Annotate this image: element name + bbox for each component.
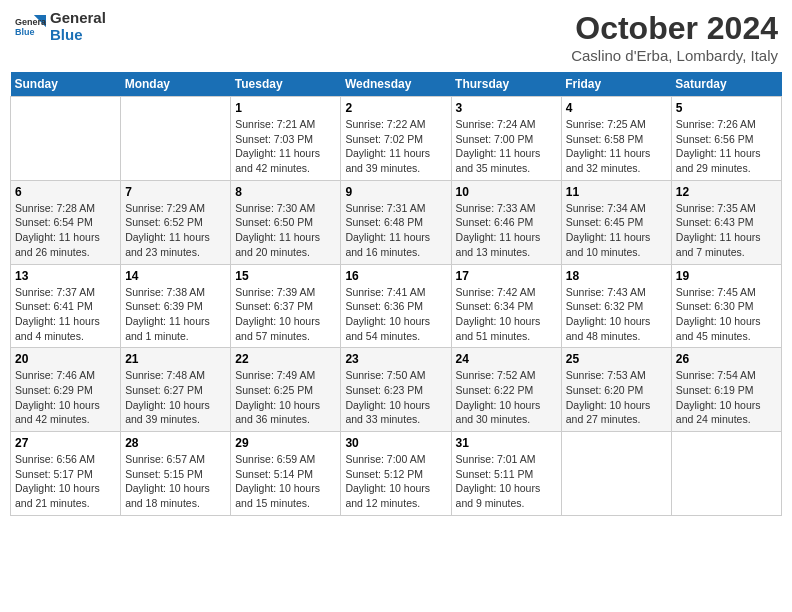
- weekday-header-friday: Friday: [561, 72, 671, 97]
- day-number: 23: [345, 352, 446, 366]
- day-info: Sunrise: 7:26 AM Sunset: 6:56 PM Dayligh…: [676, 117, 777, 176]
- day-number: 13: [15, 269, 116, 283]
- weekday-header-tuesday: Tuesday: [231, 72, 341, 97]
- calendar-cell: 10Sunrise: 7:33 AM Sunset: 6:46 PM Dayli…: [451, 180, 561, 264]
- logo-icon: General Blue: [14, 11, 46, 43]
- day-info: Sunrise: 6:59 AM Sunset: 5:14 PM Dayligh…: [235, 452, 336, 511]
- calendar-cell: 4Sunrise: 7:25 AM Sunset: 6:58 PM Daylig…: [561, 97, 671, 181]
- day-number: 17: [456, 269, 557, 283]
- day-number: 18: [566, 269, 667, 283]
- weekday-header-wednesday: Wednesday: [341, 72, 451, 97]
- day-info: Sunrise: 7:33 AM Sunset: 6:46 PM Dayligh…: [456, 201, 557, 260]
- day-number: 20: [15, 352, 116, 366]
- day-info: Sunrise: 6:57 AM Sunset: 5:15 PM Dayligh…: [125, 452, 226, 511]
- calendar-week-3: 13Sunrise: 7:37 AM Sunset: 6:41 PM Dayli…: [11, 264, 782, 348]
- weekday-header-saturday: Saturday: [671, 72, 781, 97]
- calendar-cell: [121, 97, 231, 181]
- calendar-cell: 30Sunrise: 7:00 AM Sunset: 5:12 PM Dayli…: [341, 432, 451, 516]
- logo: General Blue General Blue: [14, 10, 106, 43]
- day-info: Sunrise: 7:46 AM Sunset: 6:29 PM Dayligh…: [15, 368, 116, 427]
- calendar-cell: 8Sunrise: 7:30 AM Sunset: 6:50 PM Daylig…: [231, 180, 341, 264]
- title-block: October 2024 Caslino d'Erba, Lombardy, I…: [571, 10, 778, 64]
- day-info: Sunrise: 7:00 AM Sunset: 5:12 PM Dayligh…: [345, 452, 446, 511]
- day-info: Sunrise: 7:37 AM Sunset: 6:41 PM Dayligh…: [15, 285, 116, 344]
- day-number: 21: [125, 352, 226, 366]
- calendar-cell: 12Sunrise: 7:35 AM Sunset: 6:43 PM Dayli…: [671, 180, 781, 264]
- weekday-header-thursday: Thursday: [451, 72, 561, 97]
- calendar-cell: 14Sunrise: 7:38 AM Sunset: 6:39 PM Dayli…: [121, 264, 231, 348]
- day-number: 2: [345, 101, 446, 115]
- calendar-week-4: 20Sunrise: 7:46 AM Sunset: 6:29 PM Dayli…: [11, 348, 782, 432]
- calendar-week-5: 27Sunrise: 6:56 AM Sunset: 5:17 PM Dayli…: [11, 432, 782, 516]
- day-number: 3: [456, 101, 557, 115]
- day-info: Sunrise: 7:42 AM Sunset: 6:34 PM Dayligh…: [456, 285, 557, 344]
- calendar-cell: 26Sunrise: 7:54 AM Sunset: 6:19 PM Dayli…: [671, 348, 781, 432]
- day-info: Sunrise: 7:22 AM Sunset: 7:02 PM Dayligh…: [345, 117, 446, 176]
- calendar-cell: 6Sunrise: 7:28 AM Sunset: 6:54 PM Daylig…: [11, 180, 121, 264]
- day-number: 19: [676, 269, 777, 283]
- day-number: 12: [676, 185, 777, 199]
- calendar-cell: 5Sunrise: 7:26 AM Sunset: 6:56 PM Daylig…: [671, 97, 781, 181]
- day-info: Sunrise: 6:56 AM Sunset: 5:17 PM Dayligh…: [15, 452, 116, 511]
- day-info: Sunrise: 7:38 AM Sunset: 6:39 PM Dayligh…: [125, 285, 226, 344]
- day-number: 16: [345, 269, 446, 283]
- calendar-cell: 29Sunrise: 6:59 AM Sunset: 5:14 PM Dayli…: [231, 432, 341, 516]
- day-number: 1: [235, 101, 336, 115]
- svg-text:Blue: Blue: [15, 27, 35, 37]
- day-info: Sunrise: 7:49 AM Sunset: 6:25 PM Dayligh…: [235, 368, 336, 427]
- day-info: Sunrise: 7:34 AM Sunset: 6:45 PM Dayligh…: [566, 201, 667, 260]
- calendar-week-2: 6Sunrise: 7:28 AM Sunset: 6:54 PM Daylig…: [11, 180, 782, 264]
- calendar-cell: 11Sunrise: 7:34 AM Sunset: 6:45 PM Dayli…: [561, 180, 671, 264]
- day-number: 27: [15, 436, 116, 450]
- weekday-header-row: SundayMondayTuesdayWednesdayThursdayFrid…: [11, 72, 782, 97]
- day-info: Sunrise: 7:39 AM Sunset: 6:37 PM Dayligh…: [235, 285, 336, 344]
- calendar-week-1: 1Sunrise: 7:21 AM Sunset: 7:03 PM Daylig…: [11, 97, 782, 181]
- calendar-cell: [561, 432, 671, 516]
- day-number: 15: [235, 269, 336, 283]
- day-number: 28: [125, 436, 226, 450]
- calendar-cell: 9Sunrise: 7:31 AM Sunset: 6:48 PM Daylig…: [341, 180, 451, 264]
- calendar-cell: 3Sunrise: 7:24 AM Sunset: 7:00 PM Daylig…: [451, 97, 561, 181]
- day-number: 4: [566, 101, 667, 115]
- day-number: 7: [125, 185, 226, 199]
- calendar-cell: 16Sunrise: 7:41 AM Sunset: 6:36 PM Dayli…: [341, 264, 451, 348]
- day-info: Sunrise: 7:01 AM Sunset: 5:11 PM Dayligh…: [456, 452, 557, 511]
- calendar-cell: 19Sunrise: 7:45 AM Sunset: 6:30 PM Dayli…: [671, 264, 781, 348]
- day-info: Sunrise: 7:52 AM Sunset: 6:22 PM Dayligh…: [456, 368, 557, 427]
- calendar-cell: 15Sunrise: 7:39 AM Sunset: 6:37 PM Dayli…: [231, 264, 341, 348]
- day-info: Sunrise: 7:25 AM Sunset: 6:58 PM Dayligh…: [566, 117, 667, 176]
- day-info: Sunrise: 7:43 AM Sunset: 6:32 PM Dayligh…: [566, 285, 667, 344]
- day-info: Sunrise: 7:35 AM Sunset: 6:43 PM Dayligh…: [676, 201, 777, 260]
- calendar-cell: 31Sunrise: 7:01 AM Sunset: 5:11 PM Dayli…: [451, 432, 561, 516]
- calendar-cell: 2Sunrise: 7:22 AM Sunset: 7:02 PM Daylig…: [341, 97, 451, 181]
- calendar-cell: 28Sunrise: 6:57 AM Sunset: 5:15 PM Dayli…: [121, 432, 231, 516]
- calendar-cell: 18Sunrise: 7:43 AM Sunset: 6:32 PM Dayli…: [561, 264, 671, 348]
- calendar-cell: 17Sunrise: 7:42 AM Sunset: 6:34 PM Dayli…: [451, 264, 561, 348]
- day-info: Sunrise: 7:41 AM Sunset: 6:36 PM Dayligh…: [345, 285, 446, 344]
- calendar-cell: [11, 97, 121, 181]
- calendar-cell: 24Sunrise: 7:52 AM Sunset: 6:22 PM Dayli…: [451, 348, 561, 432]
- day-info: Sunrise: 7:54 AM Sunset: 6:19 PM Dayligh…: [676, 368, 777, 427]
- day-number: 11: [566, 185, 667, 199]
- calendar-table: SundayMondayTuesdayWednesdayThursdayFrid…: [10, 72, 782, 516]
- weekday-header-sunday: Sunday: [11, 72, 121, 97]
- page-header: General Blue General Blue October 2024 C…: [10, 10, 782, 64]
- day-info: Sunrise: 7:21 AM Sunset: 7:03 PM Dayligh…: [235, 117, 336, 176]
- day-number: 14: [125, 269, 226, 283]
- day-number: 31: [456, 436, 557, 450]
- day-info: Sunrise: 7:24 AM Sunset: 7:00 PM Dayligh…: [456, 117, 557, 176]
- calendar-cell: 1Sunrise: 7:21 AM Sunset: 7:03 PM Daylig…: [231, 97, 341, 181]
- calendar-cell: 20Sunrise: 7:46 AM Sunset: 6:29 PM Dayli…: [11, 348, 121, 432]
- svg-text:General: General: [15, 17, 46, 27]
- day-number: 5: [676, 101, 777, 115]
- day-number: 6: [15, 185, 116, 199]
- day-info: Sunrise: 7:50 AM Sunset: 6:23 PM Dayligh…: [345, 368, 446, 427]
- day-info: Sunrise: 7:48 AM Sunset: 6:27 PM Dayligh…: [125, 368, 226, 427]
- location-title: Caslino d'Erba, Lombardy, Italy: [571, 47, 778, 64]
- calendar-cell: 7Sunrise: 7:29 AM Sunset: 6:52 PM Daylig…: [121, 180, 231, 264]
- day-number: 29: [235, 436, 336, 450]
- day-number: 10: [456, 185, 557, 199]
- weekday-header-monday: Monday: [121, 72, 231, 97]
- day-info: Sunrise: 7:28 AM Sunset: 6:54 PM Dayligh…: [15, 201, 116, 260]
- day-number: 25: [566, 352, 667, 366]
